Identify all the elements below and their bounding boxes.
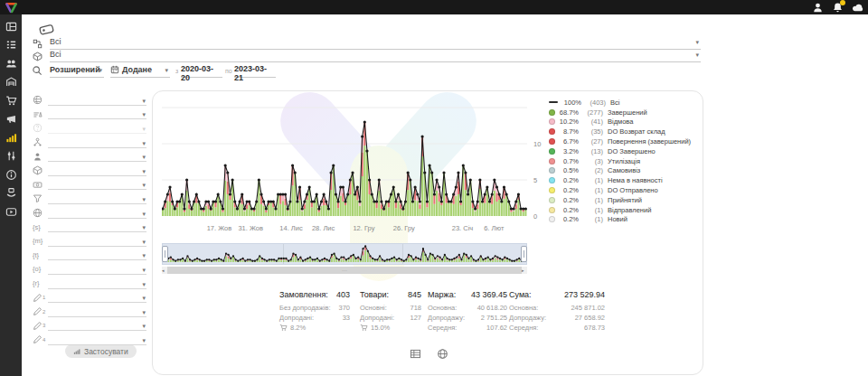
filter-row-ranking: ▾ [33,108,146,122]
legend-swatch [549,216,555,222]
pencil-icon: 4 [33,334,48,344]
filter-select-variable-t[interactable]: ▾ [48,249,146,260]
stat-sub-label: Основна: [509,303,538,313]
filter-select-variable-r[interactable]: ▾ [48,278,146,289]
legend-item[interactable]: 0.2%(1)DO Отправлено [549,185,691,195]
stat-sub-value: 127 [410,313,421,323]
legend-cnt: (1) [579,215,603,223]
legend-item[interactable]: 0.5%(2)Самовивіз [549,166,691,176]
legend-item[interactable]: 6.7%(27)Повернення (завершений) [549,136,691,146]
scroll-right-arrow[interactable]: ▸ [522,267,527,274]
legend-item[interactable]: 0.2%(1)Новий [549,215,691,225]
filter-select-person[interactable]: ▾ [48,151,146,162]
filter-select-ranking[interactable]: ▾ [48,108,146,119]
navigator-right-handle[interactable] [521,246,527,262]
chevron-down-icon: ▾ [142,140,146,146]
filter-select-custom-field-4[interactable]: ▾ [48,334,146,345]
legend-item[interactable]: 100%(403)Всі [549,98,691,108]
sidebar-item-settings[interactable] [0,147,22,166]
legend-swatch [549,101,558,103]
pencil-icon: 2 [33,306,48,316]
legend-item[interactable]: 0.2%(1)Прийнятий [549,195,691,205]
legend-item[interactable]: 0.2%(1)Відправлений [549,205,691,215]
filter-select-variable-o[interactable]: ▾ [48,264,146,275]
filter-row-variable-o: {o}▾ [33,262,146,277]
x-tick-label: 6. Лют [484,224,504,232]
status-filter-select[interactable]: Всі ▾ [50,36,701,50]
legend-item[interactable]: 3.2%(13)DO Завершено [549,146,691,156]
filter-row-country: ▾ [33,93,146,108]
sidebar-item-orders[interactable] [0,36,22,55]
date-to-label: по [225,68,232,74]
app-logo-icon[interactable] [5,2,18,14]
chart-navigator[interactable] [162,243,527,265]
legend-pct: 0.2% [555,186,579,194]
legend-item[interactable]: 68.7%(277)Завершений [549,108,691,118]
stat-sub-label: Без допродажів: [279,303,331,313]
topbar-actions [812,0,863,14]
sidebar-item-clients[interactable] [0,54,22,73]
profile-icon[interactable] [812,2,824,14]
world-view-button[interactable] [437,348,449,361]
date-field-select[interactable]: Додане ▾ [110,64,170,78]
legend-pct: 0.7% [555,157,579,165]
filter-select-funnel[interactable]: ▾ [48,193,146,204]
chart-scrollbar[interactable]: ◂ ··· ▸ [162,267,527,274]
scrollbar-thumb[interactable]: ··· [167,267,522,274]
filter-select-help[interactable]: ▾ [48,123,146,134]
chevron-down-icon: ▾ [142,281,146,287]
sidebar-item-marketing[interactable] [0,110,22,129]
filter-row-product: ▾ [33,164,146,178]
sidebar-item-warehouse[interactable] [0,73,22,92]
filter-select-custom-field-2[interactable]: ▾ [48,306,146,317]
legend-item[interactable]: 0.2%(1)Нема в наявності [549,175,691,185]
chart-legend: 100%(403)Всі68.7%(277)Завершений10.2%(41… [549,98,691,224]
x-tick-label: 31. Жов [238,224,263,232]
legend-pct: 0.2% [555,206,579,214]
legend-item[interactable]: 0.7%(3)Утилізація [549,156,691,166]
filter-row-person: ▾ [33,149,146,164]
statistics-card: 10 5 0 17. Жов31. Жов14. Лис28. Лис12. Г… [152,90,703,375]
date-from-input[interactable]: 2020-03-20 [181,64,222,78]
filter-row-payment: ▾ [33,178,146,193]
filter-select-variable-m[interactable]: ▾ [48,236,146,247]
filter-select-custom-field-1[interactable]: ▾ [48,292,146,303]
navigator-left-handle[interactable] [162,246,168,262]
legend-item[interactable]: 10.2%(41)Відмова [549,118,691,127]
sidebar-item-supply[interactable] [0,184,22,203]
sidebar-item-statistics[interactable] [0,128,22,147]
legend-lab: Нема в наявності [608,176,663,184]
sidebar-item-cart[interactable] [0,91,22,110]
sidebar-item-video-tutorials[interactable] [0,202,22,221]
legend-item[interactable]: 8.7%(35)DO Возврат склад [549,127,691,136]
product-filter-select[interactable]: Всі ▾ [50,49,701,62]
stat-cart-percent: 8.2% [290,323,306,333]
legend-pct: 0.2% [555,196,579,204]
filter-select-website[interactable]: ▾ [48,208,146,219]
chevron-down-icon: ▾ [695,52,699,58]
sidebar-item-info[interactable] [0,165,22,184]
legend-swatch [549,187,555,193]
chevron-down-icon: ▾ [142,196,146,202]
filter-select-structure[interactable]: ▾ [48,137,146,148]
date-to-input[interactable]: 2023-03-21 [234,64,276,78]
theme-icon[interactable] [852,2,863,14]
stat-sub-label: Основна: [428,303,457,313]
sidebar-item-dashboard[interactable] [0,17,22,36]
table-view-button[interactable] [410,348,422,361]
filter-select-variable-s[interactable]: ▾ [48,221,146,232]
stat-value: 273 529.94 [564,290,605,299]
tag-icon[interactable] [38,22,55,37]
legend-pct: 100% [558,99,581,107]
notifications-icon[interactable] [832,2,844,14]
filter-select-product[interactable]: ▾ [48,165,146,176]
stat-sub-label: Середня: [428,323,457,333]
filter-row-custom-field-1: 1▾ [33,290,146,305]
search-icon[interactable] [32,65,42,76]
stat-value: 845 [408,290,421,299]
filter-select-country[interactable]: ▾ [48,95,146,106]
filter-select-custom-field-3[interactable]: ▾ [48,320,146,331]
chevron-down-icon: ▾ [142,154,146,160]
filter-select-payment[interactable]: ▾ [48,179,146,190]
search-mode-select[interactable]: Розширений ▾ [50,64,104,78]
